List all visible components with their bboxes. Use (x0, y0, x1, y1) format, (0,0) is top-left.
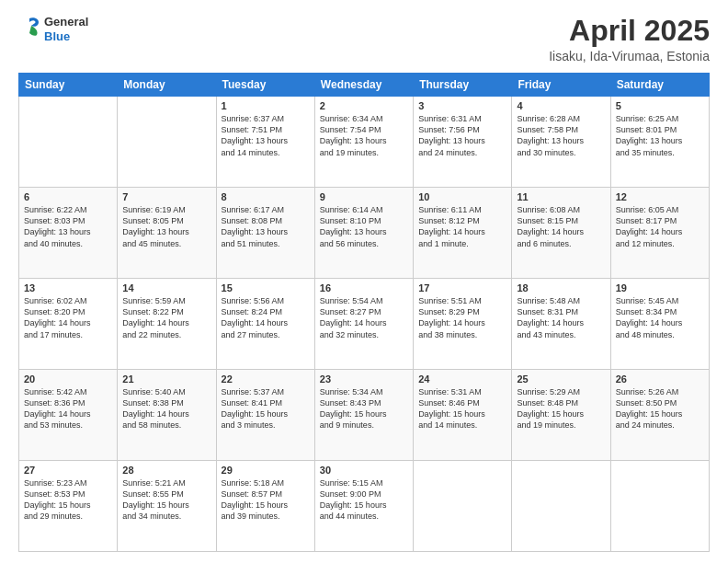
day-number: 7 (122, 191, 210, 202)
day-number: 19 (616, 282, 704, 293)
calendar-cell: 19Sunrise: 5:45 AM Sunset: 8:34 PM Dayli… (610, 279, 709, 370)
logo-text-blue: Blue (44, 29, 88, 44)
page: General Blue April 2025 Iisaku, Ida-Viru… (0, 0, 728, 563)
calendar-week-row: 1Sunrise: 6:37 AM Sunset: 7:51 PM Daylig… (19, 97, 710, 188)
month-title: April 2025 (549, 15, 710, 47)
day-info: Sunrise: 5:31 AM Sunset: 8:46 PM Dayligh… (418, 386, 506, 431)
day-number: 29 (222, 465, 310, 476)
day-number: 30 (320, 465, 408, 476)
calendar-cell: 11Sunrise: 6:08 AM Sunset: 8:15 PM Dayli… (512, 188, 610, 279)
header-friday: Friday (512, 74, 610, 97)
day-info: Sunrise: 5:59 AM Sunset: 8:22 PM Dayligh… (122, 295, 210, 340)
day-info: Sunrise: 5:29 AM Sunset: 8:48 PM Dayligh… (517, 386, 605, 431)
calendar-cell: 7Sunrise: 6:19 AM Sunset: 8:05 PM Daylig… (118, 188, 216, 279)
calendar-cell: 21Sunrise: 5:40 AM Sunset: 8:38 PM Dayli… (118, 370, 216, 461)
day-number: 2 (320, 100, 408, 111)
calendar-cell: 17Sunrise: 5:51 AM Sunset: 8:29 PM Dayli… (414, 279, 512, 370)
day-number: 6 (24, 191, 112, 202)
calendar-cell (414, 461, 512, 552)
day-info: Sunrise: 6:22 AM Sunset: 8:03 PM Dayligh… (24, 204, 112, 249)
day-info: Sunrise: 5:42 AM Sunset: 8:36 PM Dayligh… (24, 386, 112, 431)
calendar-cell (19, 97, 118, 188)
calendar-cell: 15Sunrise: 5:56 AM Sunset: 8:24 PM Dayli… (216, 279, 314, 370)
day-number: 1 (222, 100, 310, 111)
calendar-cell: 13Sunrise: 6:02 AM Sunset: 8:20 PM Dayli… (19, 279, 118, 370)
header-monday: Monday (118, 74, 216, 97)
calendar-cell: 26Sunrise: 5:26 AM Sunset: 8:50 PM Dayli… (610, 370, 709, 461)
weekday-header-row: Sunday Monday Tuesday Wednesday Thursday… (19, 74, 710, 97)
day-info: Sunrise: 6:19 AM Sunset: 8:05 PM Dayligh… (122, 204, 210, 249)
calendar-cell: 24Sunrise: 5:31 AM Sunset: 8:46 PM Dayli… (414, 370, 512, 461)
day-number: 17 (418, 282, 506, 293)
day-info: Sunrise: 6:05 AM Sunset: 8:17 PM Dayligh… (616, 204, 704, 249)
day-info: Sunrise: 5:54 AM Sunset: 8:27 PM Dayligh… (320, 295, 408, 340)
day-number: 22 (222, 373, 310, 385)
calendar-cell (118, 97, 216, 188)
calendar-cell: 18Sunrise: 5:48 AM Sunset: 8:31 PM Dayli… (512, 279, 610, 370)
calendar-week-row: 20Sunrise: 5:42 AM Sunset: 8:36 PM Dayli… (19, 370, 710, 461)
day-info: Sunrise: 6:08 AM Sunset: 8:15 PM Dayligh… (517, 204, 605, 249)
day-info: Sunrise: 5:21 AM Sunset: 8:55 PM Dayligh… (122, 477, 210, 523)
day-info: Sunrise: 5:15 AM Sunset: 9:00 PM Dayligh… (320, 477, 408, 523)
day-info: Sunrise: 5:48 AM Sunset: 8:31 PM Dayligh… (517, 295, 605, 340)
day-number: 25 (517, 373, 605, 385)
day-number: 21 (122, 373, 210, 385)
calendar-cell: 4Sunrise: 6:28 AM Sunset: 7:58 PM Daylig… (512, 97, 610, 188)
calendar-cell: 12Sunrise: 6:05 AM Sunset: 8:17 PM Dayli… (610, 188, 709, 279)
header-sunday: Sunday (19, 74, 118, 97)
calendar-week-row: 27Sunrise: 5:23 AM Sunset: 8:53 PM Dayli… (19, 461, 710, 552)
day-number: 26 (616, 373, 704, 385)
day-info: Sunrise: 5:56 AM Sunset: 8:24 PM Dayligh… (222, 295, 310, 340)
calendar-cell: 5Sunrise: 6:25 AM Sunset: 8:01 PM Daylig… (610, 97, 709, 188)
day-number: 20 (24, 373, 112, 385)
day-number: 28 (122, 465, 210, 476)
calendar-cell: 1Sunrise: 6:37 AM Sunset: 7:51 PM Daylig… (216, 97, 314, 188)
logo: General Blue (18, 15, 88, 44)
day-info: Sunrise: 5:34 AM Sunset: 8:43 PM Dayligh… (320, 386, 408, 431)
calendar-cell: 10Sunrise: 6:11 AM Sunset: 8:12 PM Dayli… (414, 188, 512, 279)
day-number: 16 (320, 282, 408, 293)
calendar-cell (610, 461, 709, 552)
day-info: Sunrise: 5:51 AM Sunset: 8:29 PM Dayligh… (418, 295, 506, 340)
calendar-cell: 2Sunrise: 6:34 AM Sunset: 7:54 PM Daylig… (314, 97, 413, 188)
calendar-cell: 9Sunrise: 6:14 AM Sunset: 8:10 PM Daylig… (314, 188, 413, 279)
day-number: 15 (222, 282, 310, 293)
header-thursday: Thursday (414, 74, 512, 97)
day-info: Sunrise: 5:45 AM Sunset: 8:34 PM Dayligh… (616, 295, 704, 340)
header-tuesday: Tuesday (216, 74, 314, 97)
calendar-week-row: 6Sunrise: 6:22 AM Sunset: 8:03 PM Daylig… (19, 188, 710, 279)
calendar-cell: 22Sunrise: 5:37 AM Sunset: 8:41 PM Dayli… (216, 370, 314, 461)
calendar-cell: 28Sunrise: 5:21 AM Sunset: 8:55 PM Dayli… (118, 461, 216, 552)
calendar-cell: 16Sunrise: 5:54 AM Sunset: 8:27 PM Dayli… (314, 279, 413, 370)
day-info: Sunrise: 6:28 AM Sunset: 7:58 PM Dayligh… (517, 113, 605, 158)
day-info: Sunrise: 6:14 AM Sunset: 8:10 PM Dayligh… (320, 204, 408, 249)
day-info: Sunrise: 5:37 AM Sunset: 8:41 PM Dayligh… (222, 386, 310, 431)
calendar-cell: 20Sunrise: 5:42 AM Sunset: 8:36 PM Dayli… (19, 370, 118, 461)
day-info: Sunrise: 6:31 AM Sunset: 7:56 PM Dayligh… (418, 113, 506, 158)
day-number: 10 (418, 191, 506, 202)
day-info: Sunrise: 5:40 AM Sunset: 8:38 PM Dayligh… (122, 386, 210, 431)
calendar-cell: 27Sunrise: 5:23 AM Sunset: 8:53 PM Dayli… (19, 461, 118, 552)
day-number: 4 (517, 100, 605, 111)
day-number: 5 (616, 100, 704, 111)
day-number: 3 (418, 100, 506, 111)
day-info: Sunrise: 5:26 AM Sunset: 8:50 PM Dayligh… (616, 386, 704, 431)
day-number: 12 (616, 191, 704, 202)
day-number: 27 (24, 465, 112, 476)
calendar-cell: 6Sunrise: 6:22 AM Sunset: 8:03 PM Daylig… (19, 188, 118, 279)
day-number: 9 (320, 191, 408, 202)
header: General Blue April 2025 Iisaku, Ida-Viru… (18, 15, 710, 63)
day-info: Sunrise: 6:02 AM Sunset: 8:20 PM Dayligh… (24, 295, 112, 340)
calendar-cell: 8Sunrise: 6:17 AM Sunset: 8:08 PM Daylig… (216, 188, 314, 279)
day-info: Sunrise: 6:11 AM Sunset: 8:12 PM Dayligh… (418, 204, 506, 249)
calendar-cell: 30Sunrise: 5:15 AM Sunset: 9:00 PM Dayli… (314, 461, 413, 552)
day-number: 18 (517, 282, 605, 293)
logo-bird-icon (18, 15, 40, 40)
calendar-cell: 25Sunrise: 5:29 AM Sunset: 8:48 PM Dayli… (512, 370, 610, 461)
day-info: Sunrise: 6:37 AM Sunset: 7:51 PM Dayligh… (222, 113, 310, 158)
calendar-cell (512, 461, 610, 552)
day-info: Sunrise: 5:18 AM Sunset: 8:57 PM Dayligh… (222, 477, 310, 523)
title-area: April 2025 Iisaku, Ida-Virumaa, Estonia (549, 15, 710, 63)
calendar-cell: 29Sunrise: 5:18 AM Sunset: 8:57 PM Dayli… (216, 461, 314, 552)
calendar-cell: 14Sunrise: 5:59 AM Sunset: 8:22 PM Dayli… (118, 279, 216, 370)
